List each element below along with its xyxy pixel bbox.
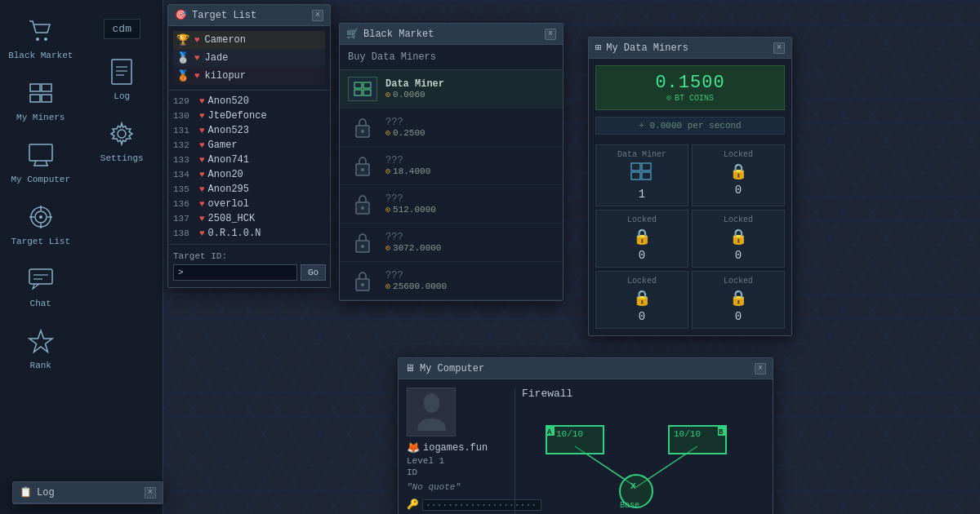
miner-item-data-miner[interactable]: Data Miner ⊙ 0.0060: [340, 70, 563, 109]
miners-close-button[interactable]: ×: [773, 42, 785, 54]
player-num: 135: [173, 184, 196, 194]
key-icon: 🔑: [407, 498, 419, 511]
firewall-section: Firewall A A 10/10: [514, 388, 764, 514]
list-item[interactable]: 138 ♥ 0.R.1.0.N: [168, 226, 330, 241]
target-list-title-bar: 🎯 Target List ×: [168, 5, 330, 26]
sidebar-item-label-my-miners: My Miners: [16, 113, 65, 122]
svg-text:10/10: 10/10: [674, 429, 701, 439]
computer-close-button[interactable]: ×: [755, 363, 766, 374]
locked-miner-name-4: ???: [385, 270, 555, 281]
svg-point-35: [361, 206, 364, 210]
coin-icon-locked-2: ⊙: [385, 205, 390, 215]
list-item[interactable]: 134 ♥ Anon20: [168, 167, 330, 182]
coin-icon-0: ⊙: [385, 90, 390, 100]
sidebar-item-rank[interactable]: Rank: [4, 318, 78, 377]
rank-icon: [24, 325, 57, 357]
target-list-icon: 🎯: [175, 9, 187, 21]
miners-title-bar: ⊞ My Data Miners ×: [589, 38, 791, 59]
miner-info-data-miner: Data Miner ⊙ 0.0060: [385, 78, 555, 100]
player-name: Anon295: [208, 184, 249, 195]
bt-label: ⊙ BT COINS: [603, 93, 777, 103]
locked-miner-info-1: ??? ⊙ 18.4000: [385, 155, 555, 176]
heart-icon: ♥: [199, 170, 205, 179]
target-id-section: Target ID: Go: [168, 244, 330, 287]
list-item[interactable]: 131 ♥ Anon523: [168, 123, 330, 138]
heart-icon: ♥: [199, 214, 205, 224]
black-market-close-button[interactable]: ×: [545, 29, 556, 40]
svg-rect-26: [354, 82, 362, 88]
list-item[interactable]: 135 ♥ Anon295: [168, 182, 330, 197]
lock-icon-3: 🔒: [633, 228, 651, 246]
list-item[interactable]: 132 ♥ Gamer: [168, 138, 330, 153]
heart-icon: ♥: [199, 199, 205, 209]
miner-grid: Data Miner 1 Locked 🔒 0: [589, 141, 791, 335]
sidebar-item-my-computer[interactable]: My Computer: [4, 132, 78, 191]
list-item[interactable]: 137 ♥ 2508_HCK: [168, 211, 330, 226]
top-player-2-name: Jade: [205, 52, 229, 64]
coin-symbol: ⊙: [666, 93, 671, 103]
svg-text:B: B: [719, 428, 724, 436]
sidebar-item-cdm[interactable]: cdm: [85, 12, 158, 46]
locked-miner-info-4: ??? ⊙ 25600.0000: [385, 270, 555, 291]
miner-item-locked-3[interactable]: ??? ⊙ 3072.0000: [340, 224, 563, 262]
sidebar-item-label-rank: Rank: [30, 361, 51, 370]
lock-icon-2: 🔒: [729, 162, 747, 180]
svg-point-0: [36, 38, 39, 41]
cart-title-icon: 🛒: [346, 28, 359, 40]
black-market-title-bar: 🛒 Black Market ×: [340, 24, 563, 45]
svg-rect-2: [30, 84, 40, 91]
top-player-3[interactable]: 🥉 ♥ kilopur: [173, 67, 325, 85]
miner-item-locked-1[interactable]: ??? ⊙ 18.4000: [340, 147, 563, 185]
miner-slot-3: Locked 🔒 0: [595, 210, 688, 268]
lock-icon-bm-0: [348, 115, 377, 140]
svg-point-39: [361, 283, 364, 286]
log-window: 📋 Log ×: [12, 481, 163, 504]
list-item[interactable]: 136 ♥ overlol: [168, 197, 330, 211]
go-button[interactable]: Go: [301, 264, 326, 281]
list-item[interactable]: 130 ♥ JteDefonce: [168, 109, 330, 123]
sidebar-item-black-market[interactable]: Black Market: [4, 8, 78, 67]
sidebar-item-target-list[interactable]: Target List: [4, 194, 78, 253]
fox-icon: 🦊: [407, 441, 420, 454]
sidebar-item-chat[interactable]: Chat: [4, 256, 78, 315]
lock-icon-6: 🔒: [729, 289, 747, 307]
heart-icon-1: ♥: [194, 35, 200, 45]
target-list-close-button[interactable]: ×: [312, 10, 323, 21]
top-player-2[interactable]: 🥈 ♥ Jade: [173, 49, 325, 67]
heart-icon: ♥: [199, 155, 205, 165]
svg-point-31: [361, 130, 364, 133]
heart-icon: ♥: [199, 184, 205, 194]
heart-icon: ♥: [199, 126, 205, 135]
player-num: 134: [173, 170, 196, 179]
sidebar-item-settings[interactable]: Settings: [85, 111, 158, 170]
top-player-1[interactable]: 🏆 ♥ Cameron: [173, 31, 325, 49]
list-item[interactable]: 129 ♥ Anon520: [168, 94, 330, 109]
player-num: 130: [173, 111, 196, 121]
locked-miner-name-0: ???: [385, 117, 555, 128]
target-id-input[interactable]: [173, 264, 297, 281]
sidebar-item-my-miners[interactable]: My Miners: [4, 70, 78, 129]
svg-rect-17: [29, 269, 52, 284]
svg-rect-21: [112, 60, 131, 84]
miners-icon: [24, 77, 57, 109]
miner-item-locked-0[interactable]: ??? ⊙ 0.2500: [340, 109, 563, 147]
svg-rect-29: [363, 90, 371, 95]
svg-rect-5: [42, 95, 51, 102]
miner-slot-3-label: Locked: [627, 215, 657, 224]
svg-point-44: [423, 393, 439, 413]
log-close-button[interactable]: ×: [145, 487, 156, 498]
svg-rect-43: [642, 172, 651, 179]
miner-slot-4: Locked 🔒 0: [692, 210, 785, 268]
cdm-button[interactable]: cdm: [104, 19, 140, 39]
miner-slot-2: Locked 🔒 0: [692, 144, 785, 206]
miner-item-locked-2[interactable]: ??? ⊙ 512.0000: [340, 185, 563, 224]
firewall-svg: A A 10/10 B 10/10 X Base: [522, 410, 751, 514]
svg-rect-40: [631, 163, 640, 171]
list-item[interactable]: 133 ♥ Anon741: [168, 153, 330, 167]
player-name: Anon523: [208, 125, 249, 136]
miner-price-data-miner: ⊙ 0.0060: [385, 90, 555, 100]
miner-item-locked-4[interactable]: ??? ⊙ 25600.0000: [340, 262, 563, 300]
heart-icon: ♥: [199, 96, 205, 106]
sidebar-item-log[interactable]: Log: [85, 49, 158, 108]
sidebar-item-label-settings: Settings: [100, 153, 144, 163]
